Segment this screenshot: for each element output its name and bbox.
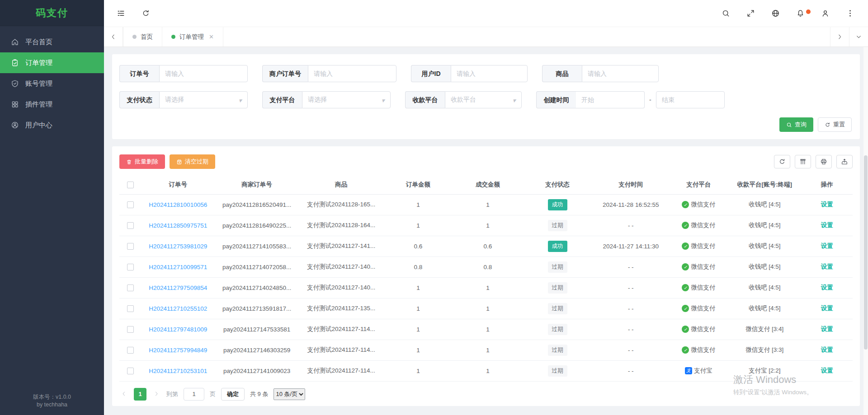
tabs-scroll-right-icon[interactable] (830, 27, 849, 47)
receive-platform: 微信支付 [3:3] (728, 340, 801, 360)
search-button[interactable]: 查询 (779, 117, 813, 132)
settings-link[interactable]: 设置 (821, 284, 833, 291)
menu-fold-icon[interactable] (117, 9, 125, 18)
row-checkbox[interactable] (127, 305, 134, 312)
reset-button[interactable]: 重置 (818, 117, 852, 132)
tab-order-management[interactable]: 订单管理 ✕ (162, 27, 223, 47)
date-range-separator: - (649, 96, 651, 103)
export-button[interactable] (836, 155, 853, 168)
fullscreen-icon[interactable] (746, 9, 755, 18)
settings-link[interactable]: 设置 (821, 305, 833, 312)
platform-icon (682, 284, 689, 291)
goto-page-input[interactable] (184, 388, 204, 401)
row-checkbox[interactable] (127, 201, 134, 208)
row-checkbox[interactable] (127, 284, 134, 291)
tab-close-icon[interactable]: ✕ (209, 33, 214, 40)
sidebar-item-orders[interactable]: 订单管理 (0, 52, 104, 73)
merchant-no-input[interactable] (308, 65, 396, 82)
product-name: 支付测试20241127-114... (299, 340, 383, 360)
col-merchant-no: 商家订单号 (215, 175, 299, 194)
status-badge: 过期 (548, 365, 567, 377)
prev-page-icon[interactable] (119, 391, 128, 398)
pay-platform: 微信支付 (682, 346, 715, 354)
settings-link[interactable]: 设置 (821, 201, 833, 208)
row-checkbox[interactable] (127, 368, 134, 374)
refresh-icon[interactable] (142, 9, 150, 18)
row-checkbox[interactable] (127, 347, 134, 354)
paid-amount: 1 (453, 277, 523, 298)
row-checkbox[interactable] (127, 243, 134, 250)
sidebar-item-accounts[interactable]: 账号管理 (0, 73, 104, 94)
tab-home[interactable]: 首页 (123, 27, 162, 47)
sidebar-item-user-center[interactable]: 用户中心 (0, 115, 104, 135)
order-number-link[interactable]: H2024112797509854 (149, 284, 207, 291)
tab-label: 订单管理 (179, 33, 204, 41)
page-size-select[interactable]: 10 条/页 (274, 388, 305, 400)
goto-confirm-button[interactable]: 确定 (221, 388, 245, 401)
pay-time: 2024-11-28 16:52:55 (592, 194, 669, 215)
batch-delete-button[interactable]: 批量删除 (119, 154, 165, 169)
order-number-link[interactable]: H2024112710255102 (149, 305, 207, 312)
order-number-link[interactable]: H2024112710253101 (149, 368, 207, 374)
date-end-input[interactable] (656, 91, 725, 108)
table-toolbar-left: 批量删除 清空过期 (119, 154, 215, 169)
more-vertical-icon[interactable] (846, 9, 854, 18)
product-name: 支付测试20241127-135... (299, 298, 383, 319)
page-number-button[interactable]: 1 (134, 388, 146, 401)
paid-amount: 0.8 (453, 256, 523, 277)
row-checkbox[interactable] (127, 264, 134, 270)
merchant-order-no: pay20241127147533581 (215, 319, 299, 340)
order-number-link[interactable]: H2024112797481009 (149, 326, 207, 333)
next-page-icon[interactable] (152, 391, 161, 398)
print-button[interactable] (816, 155, 832, 168)
date-start-input[interactable] (576, 91, 645, 108)
tabs-scroll-left-icon[interactable] (104, 27, 123, 47)
sidebar-item-plugins[interactable]: 插件管理 (0, 94, 104, 115)
receive-platform: 收钱吧 [4:5] (728, 277, 801, 298)
pay-platform-select[interactable]: 请选择 (302, 91, 391, 108)
search-icon[interactable] (722, 9, 730, 18)
order-amount: 1 (383, 298, 453, 319)
settings-link[interactable]: 设置 (821, 367, 833, 374)
product-name: 支付测试20241128-164... (299, 215, 383, 236)
table-refresh-button[interactable] (774, 155, 790, 168)
order-number-link[interactable]: H2024112810010056 (149, 201, 207, 208)
order-no-input[interactable] (159, 65, 248, 82)
settings-link[interactable]: 设置 (821, 326, 833, 332)
table-row: H2024112810010056 pay2024112816520491...… (119, 194, 853, 215)
sidebar: 码支付 平台首页 订单管理 账号管理 插件管理 用户中心 (0, 0, 104, 415)
settings-link[interactable]: 设置 (821, 242, 833, 249)
tabs-menu-chevron-down-icon[interactable] (849, 27, 868, 47)
clear-expired-button[interactable]: 清空过期 (170, 154, 215, 169)
select-all-checkbox[interactable] (127, 182, 134, 188)
scrollbar-thumb[interactable] (864, 155, 868, 350)
order-number-link[interactable]: H2024112710099571 (149, 264, 207, 270)
tab-dot (171, 35, 175, 39)
table-body: H2024112810010056 pay2024112816520491...… (119, 194, 853, 381)
pay-platform: 微信支付 (682, 325, 715, 333)
order-number-link[interactable]: H2024112757994849 (149, 347, 207, 354)
merchant-order-no: pay2024112816520491... (215, 194, 299, 215)
table-row: H2024112757994849 pay20241127146303259 支… (119, 340, 853, 360)
column-settings-button[interactable] (795, 155, 811, 168)
order-number-link[interactable]: H2024112850975751 (149, 222, 207, 229)
select-placeholder: 收款平台 (451, 96, 476, 104)
row-checkbox[interactable] (127, 326, 134, 333)
user-icon[interactable] (821, 9, 830, 18)
bell-icon[interactable] (796, 9, 805, 18)
globe-icon[interactable] (771, 9, 780, 18)
settings-link[interactable]: 设置 (821, 263, 833, 270)
receive-platform-select[interactable]: 收款平台 (445, 91, 522, 108)
table-row: H2024112710255102 pay2024112713591817...… (119, 298, 853, 319)
settings-link[interactable]: 设置 (821, 346, 833, 353)
row-checkbox[interactable] (127, 222, 134, 229)
vertical-scrollbar[interactable] (863, 47, 868, 415)
order-number-link[interactable]: H2024112753981029 (149, 243, 207, 250)
pay-status-select[interactable]: 请选择 (159, 91, 248, 108)
user-id-input[interactable] (451, 65, 528, 82)
sidebar-item-home[interactable]: 平台首页 (0, 32, 104, 52)
topbar-right (722, 9, 854, 18)
filter-row-1: 订单号 商户订单号 用户ID 商品 (119, 65, 852, 82)
product-input[interactable] (582, 65, 659, 82)
settings-link[interactable]: 设置 (821, 222, 833, 228)
